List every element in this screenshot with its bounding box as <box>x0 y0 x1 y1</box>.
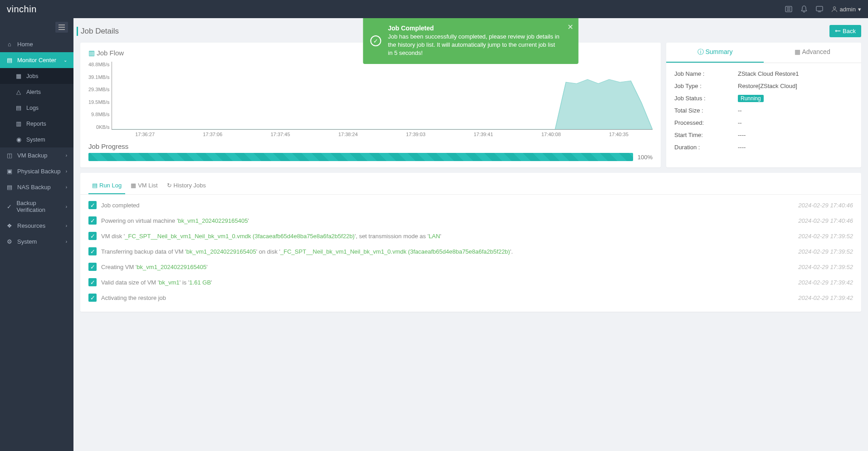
verify-icon: ✓ <box>6 203 12 210</box>
summary-value: -- <box>738 107 853 114</box>
log-timestamp: 2024-02-29 17:39:52 <box>798 248 853 255</box>
user-icon <box>831 6 838 12</box>
back-label: Back <box>843 28 856 34</box>
log-left: ✓Creating VM 'bk_vm1_20240229165405' <box>88 263 208 271</box>
chart-plot <box>112 62 653 130</box>
summary-value: ZStack Cloud Restore1 <box>738 70 853 77</box>
screen-icon[interactable] <box>816 5 823 13</box>
sidebar-item-monitor[interactable]: ▤ Monitor Center ⌄ <box>0 52 73 68</box>
sidebar-item-label: Monitor Center <box>17 57 56 64</box>
summary-key: Job Status : <box>674 95 738 102</box>
tab-summary[interactable]: ⓘ Summary <box>666 43 764 63</box>
y-tick: 29.3MB/s <box>88 87 109 92</box>
sidebar-item-label: Home <box>17 41 33 48</box>
chart-x-axis: 17:36:2717:37:0617:37:4517:38:2417:39:03… <box>88 132 653 137</box>
log-left: ✓Job completed <box>88 201 140 209</box>
logs-icon: ▤ <box>15 104 22 111</box>
jobs-icon: ▦ <box>15 73 22 79</box>
sidebar-item-verification[interactable]: ✓Backup Verification› <box>0 195 73 218</box>
back-button[interactable]: 🠔 Back <box>829 25 861 37</box>
progress-value: 100% <box>638 154 653 161</box>
sidebar-item-resources[interactable]: ❖Resources› <box>0 218 73 234</box>
vm-icon: ◫ <box>6 152 13 159</box>
log-body: ✓Job completed2024-02-29 17:40:46✓Poweri… <box>80 195 861 312</box>
summary-row: Duration :---- <box>674 141 853 153</box>
sidebar-item-jobs[interactable]: ▦Jobs <box>0 68 73 84</box>
sidebar-item-reports[interactable]: ▥Reports <box>0 116 73 132</box>
menu-icon <box>59 25 65 30</box>
sidebar-item-vmbackup[interactable]: ◫VM Backup› <box>0 147 73 163</box>
sidebar-item-system-mon[interactable]: ◉System <box>0 132 73 147</box>
summary-key: Start Time: <box>674 132 738 138</box>
log-left: ✓VM disk '_FC_SPT__Neil_bk_vm1_Neil_bk_v… <box>88 232 441 240</box>
log-message: Transferring backup data of VM 'bk_vm1_2… <box>101 248 513 255</box>
list-icon[interactable] <box>785 5 792 13</box>
summary-row: Job Status :Running <box>674 92 853 104</box>
chart-svg <box>112 62 653 129</box>
x-tick: 17:39:03 <box>382 132 449 137</box>
sidebar-item-label: System <box>17 238 37 245</box>
summary-key: Job Name : <box>674 70 738 77</box>
sidebar-item-nas[interactable]: ▤NAS Backup› <box>0 179 73 195</box>
check-icon: ✓ <box>88 232 97 240</box>
toast-message: Job has been successfully completed, ple… <box>388 33 561 58</box>
sidebar-item-system[interactable]: ⚙System› <box>0 234 73 250</box>
tab-vm-list[interactable]: ▦VM List <box>127 177 161 194</box>
summary-row: Job Type :Restore[ZStack Cloud] <box>674 80 853 92</box>
sidebar-item-physical[interactable]: ▣Physical Backup› <box>0 163 73 179</box>
chevron-right-icon: › <box>66 153 67 158</box>
check-circle-icon: ✓ <box>371 35 381 46</box>
check-icon: ✓ <box>88 201 97 209</box>
summary-row: Job Name :ZStack Cloud Restore1 <box>674 68 853 80</box>
resources-icon: ❖ <box>6 222 13 229</box>
home-icon: ⌂ <box>6 41 13 48</box>
sidebar-item-label: VM Backup <box>17 152 47 159</box>
log-panel: ▤Run Log ▦VM List ↻History Jobs ✓Job com… <box>80 173 861 312</box>
report-icon: ▥ <box>15 120 22 127</box>
chevron-right-icon: › <box>66 185 67 190</box>
user-menu[interactable]: admin ▾ <box>831 6 861 13</box>
log-message: Job completed <box>101 202 140 209</box>
log-row: ✓Activating the restore job2024-02-29 17… <box>80 290 861 305</box>
chevron-right-icon: › <box>66 169 67 174</box>
summary-value: Restore[ZStack Cloud] <box>738 83 853 89</box>
log-timestamp: 2024-02-29 17:40:46 <box>798 217 853 224</box>
x-tick: 17:36:27 <box>111 132 179 137</box>
sidebar-item-label: Physical Backup <box>17 168 60 175</box>
check-icon: ✓ <box>88 247 97 255</box>
summary-key: Processed: <box>674 119 738 126</box>
svg-point-6 <box>833 7 835 9</box>
tab-advanced[interactable]: ▦ Advanced <box>764 43 861 63</box>
check-icon: ✓ <box>88 294 97 302</box>
close-icon[interactable]: ✕ <box>567 23 573 31</box>
chart-area-path <box>112 79 653 129</box>
check-icon: ✓ <box>88 278 97 286</box>
summary-value: ---- <box>738 144 853 151</box>
info-icon: ⓘ <box>697 48 704 55</box>
chevron-down-icon: ⌄ <box>63 58 67 63</box>
tab-run-log[interactable]: ▤Run Log <box>88 177 125 194</box>
history-icon: ↻ <box>167 182 172 189</box>
x-tick: 17:40:08 <box>517 132 585 137</box>
physical-icon: ▣ <box>6 168 13 175</box>
log-left: ✓Valid data size of VM 'bk_vm1' is '1.61… <box>88 278 212 286</box>
sidebar-toggle-button[interactable] <box>55 22 68 33</box>
y-tick: 0KB/s <box>96 124 109 130</box>
log-row: ✓VM disk '_FC_SPT__Neil_bk_vm1_Neil_bk_v… <box>80 228 861 244</box>
bell-icon[interactable] <box>800 5 808 13</box>
sidebar-item-logs[interactable]: ▤Logs <box>0 100 73 116</box>
toast-notification: ✓ ✕ Job Completed Job has been successfu… <box>363 18 579 64</box>
tab-history-jobs[interactable]: ↻History Jobs <box>163 177 210 194</box>
sidebar: ⌂ Home ▤ Monitor Center ⌄ ▦Jobs △Alerts … <box>0 18 73 451</box>
sidebar-item-label: Jobs <box>26 73 38 79</box>
system-icon: ◉ <box>15 136 22 143</box>
summary-row: Start Time:---- <box>674 129 853 141</box>
log-row: ✓Valid data size of VM 'bk_vm1' is '1.61… <box>80 275 861 290</box>
chevron-right-icon: › <box>66 204 67 209</box>
summary-row: Processed:-- <box>674 117 853 129</box>
page-title: Job Details <box>77 27 119 36</box>
toast-title: Job Completed <box>388 25 561 32</box>
sidebar-item-home[interactable]: ⌂ Home <box>0 36 73 52</box>
sidebar-item-alerts[interactable]: △Alerts <box>0 84 73 100</box>
y-tick: 48.8MB/s <box>88 62 109 67</box>
